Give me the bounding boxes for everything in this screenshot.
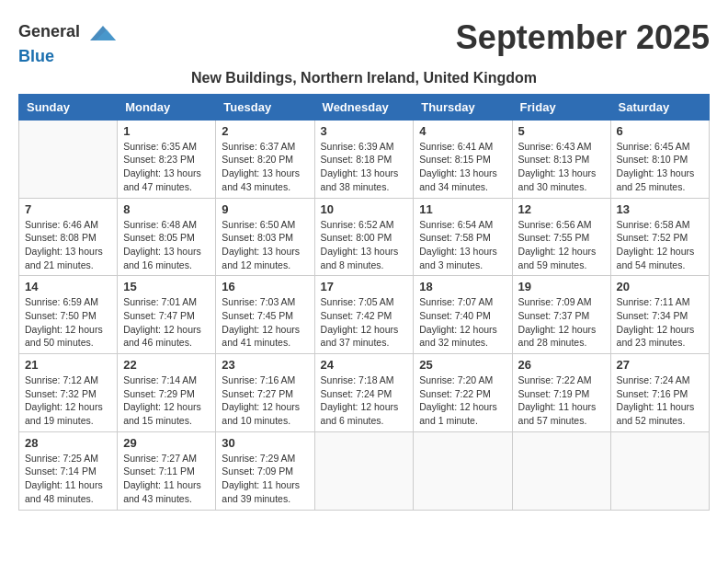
calendar-cell: 26Sunrise: 7:22 AM Sunset: 7:19 PM Dayli… (512, 354, 610, 432)
day-info: Sunrise: 7:16 AM Sunset: 7:27 PM Dayligh… (222, 373, 308, 428)
day-info: Sunrise: 6:43 AM Sunset: 8:13 PM Dayligh… (518, 140, 605, 194)
calendar-cell: 28Sunrise: 7:25 AM Sunset: 7:14 PM Dayli… (19, 431, 118, 510)
day-info: Sunrise: 7:03 AM Sunset: 7:45 PM Dayligh… (222, 295, 308, 350)
calendar-cell: 15Sunrise: 7:01 AM Sunset: 7:47 PM Dayli… (118, 276, 216, 354)
day-info: Sunrise: 7:22 AM Sunset: 7:19 PM Dayligh… (518, 373, 605, 428)
day-number: 3 (321, 124, 408, 138)
calendar-table: SundayMondayTuesdayWednesdayThursdayFrid… (18, 94, 710, 511)
calendar-cell: 5Sunrise: 6:43 AM Sunset: 8:13 PM Daylig… (512, 120, 610, 198)
calendar-cell: 16Sunrise: 7:03 AM Sunset: 7:45 PM Dayli… (216, 276, 314, 354)
calendar-cell: 6Sunrise: 6:45 AM Sunset: 8:10 PM Daylig… (610, 120, 709, 198)
day-number: 20 (617, 280, 703, 293)
calendar-week-row: 21Sunrise: 7:12 AM Sunset: 7:32 PM Dayli… (19, 354, 710, 432)
calendar-cell: 2Sunrise: 6:37 AM Sunset: 8:20 PM Daylig… (216, 120, 314, 198)
day-info: Sunrise: 7:05 AM Sunset: 7:42 PM Dayligh… (321, 295, 408, 350)
day-info: Sunrise: 7:01 AM Sunset: 7:47 PM Dayligh… (123, 295, 210, 350)
day-of-week-header: Thursday (414, 94, 512, 120)
day-number: 1 (123, 124, 210, 138)
day-info: Sunrise: 6:50 AM Sunset: 8:03 PM Dayligh… (222, 218, 308, 272)
calendar-cell: 22Sunrise: 7:14 AM Sunset: 7:29 PM Dayli… (118, 354, 216, 432)
day-number: 16 (222, 280, 308, 293)
day-number: 24 (321, 358, 408, 372)
calendar-cell: 18Sunrise: 7:07 AM Sunset: 7:40 PM Dayli… (414, 276, 512, 354)
day-of-week-header: Saturday (610, 94, 709, 120)
calendar-cell: 9Sunrise: 6:50 AM Sunset: 8:03 PM Daylig… (216, 198, 314, 276)
calendar-cell: 1Sunrise: 6:35 AM Sunset: 8:23 PM Daylig… (118, 120, 216, 198)
calendar-cell (314, 431, 414, 510)
calendar-cell: 10Sunrise: 6:52 AM Sunset: 8:00 PM Dayli… (314, 198, 414, 276)
calendar-cell: 8Sunrise: 6:48 AM Sunset: 8:05 PM Daylig… (118, 198, 216, 276)
calendar-cell: 13Sunrise: 6:58 AM Sunset: 7:52 PM Dayli… (610, 198, 709, 276)
calendar-cell: 19Sunrise: 7:09 AM Sunset: 7:37 PM Dayli… (512, 276, 610, 354)
calendar-cell (19, 120, 118, 198)
day-number: 29 (123, 436, 210, 450)
calendar-cell: 21Sunrise: 7:12 AM Sunset: 7:32 PM Dayli… (19, 354, 118, 432)
day-info: Sunrise: 6:56 AM Sunset: 7:55 PM Dayligh… (518, 218, 605, 272)
day-info: Sunrise: 6:46 AM Sunset: 8:08 PM Dayligh… (25, 218, 111, 272)
day-info: Sunrise: 6:39 AM Sunset: 8:18 PM Dayligh… (321, 140, 408, 194)
calendar-cell: 24Sunrise: 7:18 AM Sunset: 7:24 PM Dayli… (314, 354, 414, 432)
day-info: Sunrise: 6:48 AM Sunset: 8:05 PM Dayligh… (123, 218, 210, 272)
calendar-week-row: 28Sunrise: 7:25 AM Sunset: 7:14 PM Dayli… (19, 431, 710, 510)
day-number: 4 (419, 124, 506, 138)
day-number: 13 (617, 202, 703, 216)
day-of-week-header: Wednesday (314, 94, 414, 120)
day-info: Sunrise: 6:52 AM Sunset: 8:00 PM Dayligh… (321, 218, 408, 272)
day-number: 9 (222, 202, 308, 216)
day-number: 18 (419, 280, 506, 293)
day-info: Sunrise: 6:59 AM Sunset: 7:50 PM Dayligh… (25, 295, 111, 350)
calendar-cell (610, 431, 709, 510)
day-number: 28 (25, 436, 111, 450)
calendar-cell: 11Sunrise: 6:54 AM Sunset: 7:58 PM Dayli… (414, 198, 512, 276)
calendar-cell: 20Sunrise: 7:11 AM Sunset: 7:34 PM Dayli… (610, 276, 709, 354)
day-number: 6 (617, 124, 703, 138)
day-number: 25 (419, 358, 506, 372)
day-number: 17 (321, 280, 408, 293)
day-number: 11 (419, 202, 506, 216)
calendar-cell (414, 431, 512, 510)
day-number: 19 (518, 280, 605, 293)
calendar-cell: 27Sunrise: 7:24 AM Sunset: 7:16 PM Dayli… (610, 354, 709, 432)
day-info: Sunrise: 6:37 AM Sunset: 8:20 PM Dayligh… (222, 140, 308, 194)
day-number: 15 (123, 280, 210, 293)
calendar-week-row: 14Sunrise: 6:59 AM Sunset: 7:50 PM Dayli… (19, 276, 710, 354)
day-info: Sunrise: 7:11 AM Sunset: 7:34 PM Dayligh… (617, 295, 703, 350)
logo-blue: Blue (18, 48, 118, 66)
day-of-week-header: Monday (118, 94, 216, 120)
day-number: 22 (123, 358, 210, 372)
calendar-cell: 4Sunrise: 6:41 AM Sunset: 8:15 PM Daylig… (414, 120, 512, 198)
day-of-week-header: Tuesday (216, 94, 314, 120)
day-info: Sunrise: 7:09 AM Sunset: 7:37 PM Dayligh… (518, 295, 605, 350)
day-info: Sunrise: 7:27 AM Sunset: 7:11 PM Dayligh… (123, 452, 210, 506)
day-info: Sunrise: 7:07 AM Sunset: 7:40 PM Dayligh… (419, 295, 506, 350)
day-info: Sunrise: 6:58 AM Sunset: 7:52 PM Dayligh… (617, 218, 703, 272)
calendar-week-row: 7Sunrise: 6:46 AM Sunset: 8:08 PM Daylig… (19, 198, 710, 276)
day-info: Sunrise: 7:14 AM Sunset: 7:29 PM Dayligh… (123, 373, 210, 428)
day-number: 26 (518, 358, 605, 372)
day-number: 21 (25, 358, 111, 372)
day-info: Sunrise: 6:41 AM Sunset: 8:15 PM Dayligh… (419, 140, 506, 194)
calendar-cell: 25Sunrise: 7:20 AM Sunset: 7:22 PM Dayli… (414, 354, 512, 432)
day-info: Sunrise: 6:35 AM Sunset: 8:23 PM Dayligh… (123, 140, 210, 194)
day-number: 5 (518, 124, 605, 138)
day-of-week-header: Sunday (19, 94, 118, 120)
day-info: Sunrise: 7:12 AM Sunset: 7:32 PM Dayligh… (25, 373, 111, 428)
calendar-subtitle: New Buildings, Northern Ireland, United … (18, 70, 710, 86)
header: General Blue September 2025 (18, 18, 710, 66)
day-number: 27 (617, 358, 703, 372)
day-info: Sunrise: 7:29 AM Sunset: 7:09 PM Dayligh… (222, 452, 308, 506)
calendar-cell: 17Sunrise: 7:05 AM Sunset: 7:42 PM Dayli… (314, 276, 414, 354)
calendar-cell: 7Sunrise: 6:46 AM Sunset: 8:08 PM Daylig… (19, 198, 118, 276)
day-info: Sunrise: 7:24 AM Sunset: 7:16 PM Dayligh… (617, 373, 703, 428)
day-info: Sunrise: 7:18 AM Sunset: 7:24 PM Dayligh… (321, 373, 408, 428)
logo: General Blue (18, 18, 118, 66)
day-number: 10 (321, 202, 408, 216)
day-info: Sunrise: 6:45 AM Sunset: 8:10 PM Dayligh… (617, 140, 703, 194)
calendar-title: September 2025 (456, 18, 710, 57)
day-number: 7 (25, 202, 111, 216)
day-info: Sunrise: 7:20 AM Sunset: 7:22 PM Dayligh… (419, 373, 506, 428)
day-number: 2 (222, 124, 308, 138)
calendar-cell: 30Sunrise: 7:29 AM Sunset: 7:09 PM Dayli… (216, 431, 314, 510)
calendar-week-row: 1Sunrise: 6:35 AM Sunset: 8:23 PM Daylig… (19, 120, 710, 198)
calendar-cell: 29Sunrise: 7:27 AM Sunset: 7:11 PM Dayli… (118, 431, 216, 510)
